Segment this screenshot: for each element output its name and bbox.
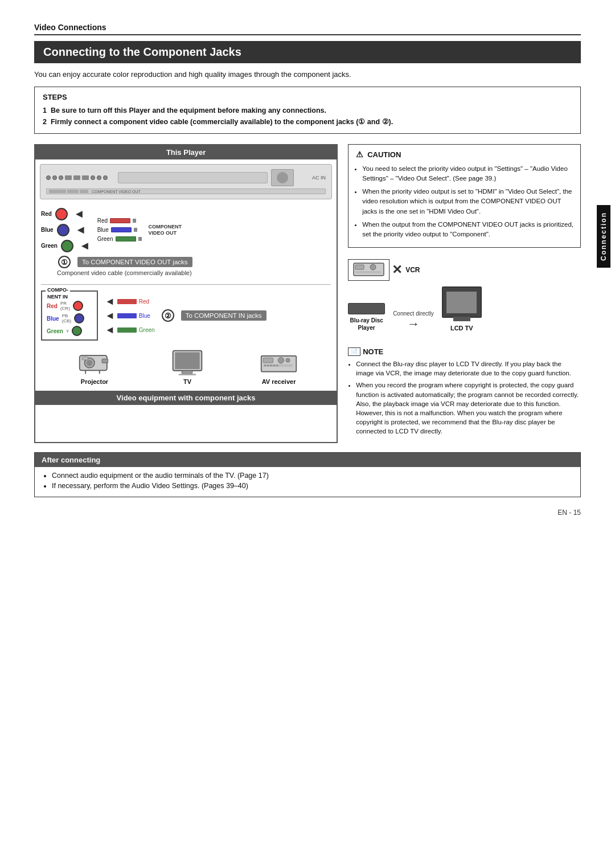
av-receiver-svg	[260, 353, 297, 376]
plug-blue: Blue	[97, 227, 142, 233]
diagram-area: This Player	[34, 144, 581, 443]
svg-rect-9	[182, 371, 192, 374]
in-arrows: ◄ Red ◄ Blue ◄ Green	[105, 296, 155, 336]
note-item-2: When you record the program where copyri…	[356, 380, 581, 436]
svg-rect-24	[355, 271, 381, 273]
note-icon: 📄	[348, 347, 360, 356]
video-equipment-header: Video equipment with component jacks	[35, 391, 337, 405]
arrow-right-icon: →	[407, 317, 420, 331]
svg-rect-3	[102, 359, 108, 363]
section-title: Video Connections	[34, 23, 581, 35]
svg-rect-18	[270, 365, 272, 366]
caution-item-1: You need to select the priority video ou…	[362, 164, 575, 184]
jack-blue-out: Blue ◄	[41, 223, 93, 236]
connection-sidebar-tab: Connection	[597, 205, 610, 268]
in-jack-blue	[74, 313, 84, 324]
step1-annotation: ① To COMPONENT VIDEO OUT jacks	[58, 256, 331, 268]
bluray-item: Blu-ray DiscPlayer	[348, 303, 385, 331]
intro-text: You can enjoy accurate color reproductio…	[34, 70, 581, 79]
comp-out-text: COMPONENTVIDEO OUT	[149, 224, 182, 236]
main-heading: Connecting to the Component Jacks	[34, 41, 581, 63]
step2-text: 2 Firmly connect a component video cable…	[43, 116, 572, 128]
jack-green-circle	[61, 240, 73, 252]
caution-title: ⚠ CAUTION	[354, 149, 575, 161]
plug-red: Red	[97, 218, 142, 224]
in-jack-green	[72, 326, 82, 336]
note-box: 📄 NOTE Connect the Blu-ray disc player t…	[348, 343, 581, 443]
player-diagram: This Player	[34, 144, 338, 443]
caution-icon: ⚠	[354, 150, 364, 160]
step1-text: 1 Be sure to turn off this Player and th…	[43, 105, 572, 116]
note-list: Connect the Blu-ray disc player to LCD T…	[348, 359, 581, 436]
video-equipment-icons: Projector TV	[41, 347, 331, 385]
vcr-x-mark: ✕	[392, 263, 402, 277]
svg-rect-16	[264, 365, 266, 366]
svg-point-14	[286, 358, 290, 362]
step1-label: To COMPONENT VIDEO OUT jacks	[77, 257, 192, 267]
cable-plug-out: Red Blue Green	[97, 218, 142, 242]
svg-point-23	[370, 264, 376, 270]
vcr-row: ✕ VCR	[348, 259, 581, 281]
bluray-shape	[348, 303, 385, 314]
projector-svg	[75, 347, 114, 376]
lcd-tv-shape	[442, 286, 482, 318]
step2-label: To COMPONENT IN jacks	[181, 310, 266, 321]
tv-item: TV	[170, 349, 204, 385]
svg-rect-20	[276, 365, 278, 366]
tv-svg	[170, 349, 204, 376]
projector-label: Projector	[81, 378, 108, 385]
after-connecting-body: Connect audio equipment or the audio ter…	[35, 467, 580, 497]
caution-item-3: When the output from the COMPONENT VIDEO…	[362, 220, 575, 240]
page-number: EN - 15	[34, 509, 581, 517]
svg-rect-12	[263, 358, 273, 363]
svg-rect-4	[82, 357, 88, 360]
arrow-red: ◄	[73, 207, 85, 220]
step1-circle: ①	[58, 256, 71, 268]
jack-blue-circle	[57, 224, 69, 236]
vcr-text-label: VCR	[405, 266, 420, 274]
after-connecting-box: After connecting Connect audio equipment…	[34, 452, 581, 497]
cable-note: Component video cable (commercially avai…	[57, 269, 331, 276]
av-receiver-item: AV receiver	[260, 353, 297, 385]
projector-item: Projector	[75, 347, 114, 385]
bluray-lcd-row: Blu-ray DiscPlayer Connect directly →	[348, 286, 581, 331]
step2-circle: ②	[162, 309, 174, 322]
after-item-1: Connect audio equipment or the audio ter…	[52, 472, 572, 480]
jack-green-out: Green ◄	[41, 239, 93, 252]
svg-rect-17	[267, 365, 269, 366]
steps-label: STEPS	[43, 93, 572, 101]
plug-green: Green	[97, 236, 142, 242]
note-title: 📄 NOTE	[348, 347, 581, 356]
in-jack-red	[73, 301, 83, 311]
player-header-label: This Player	[35, 145, 337, 159]
jack-red-out: Red ◄	[41, 207, 93, 220]
svg-rect-8	[175, 352, 199, 369]
after-connecting-header: After connecting	[35, 453, 580, 467]
step2-annotation: ② To COMPONENT IN jacks	[162, 309, 266, 322]
svg-rect-19	[273, 365, 275, 366]
bluray-label: Blu-ray DiscPlayer	[350, 317, 383, 331]
caution-box: ⚠ CAUTION You need to select the priorit…	[348, 144, 581, 248]
svg-rect-22	[355, 265, 364, 269]
comp-in-section: COMPO-NENT IN Red PR(CR) Blue PB(CB)	[35, 287, 337, 391]
svg-point-13	[278, 357, 284, 363]
connect-arrow: Connect directly →	[393, 310, 434, 331]
after-item-2: If necessary, perform the Audio Video Se…	[52, 482, 572, 490]
tv-label: TV	[183, 378, 191, 385]
diagram-right: ⚠ CAUTION You need to select the priorit…	[348, 144, 581, 443]
caution-list: You need to select the priority video ou…	[354, 164, 575, 240]
connect-directly-label: Connect directly	[393, 310, 434, 317]
arrow-blue: ◄	[75, 223, 87, 236]
svg-rect-10	[179, 374, 196, 375]
jack-group-left: Red ◄ Blue ◄ Green ◄	[41, 207, 93, 252]
vcr-device	[348, 259, 390, 281]
caution-item-2: When the priority video output is set to…	[362, 187, 575, 216]
jack-red-circle	[55, 208, 68, 220]
lcd-tv-item: LCD TV	[442, 286, 482, 331]
lcd-tv-label: LCD TV	[450, 325, 473, 331]
vcr-svg	[353, 262, 384, 278]
note-item-1: Connect the Blu-ray disc player to LCD T…	[356, 359, 581, 378]
steps-box: STEPS 1 Be sure to turn off this Player …	[34, 87, 581, 134]
svg-point-2	[87, 360, 93, 366]
av-receiver-label: AV receiver	[262, 378, 296, 385]
